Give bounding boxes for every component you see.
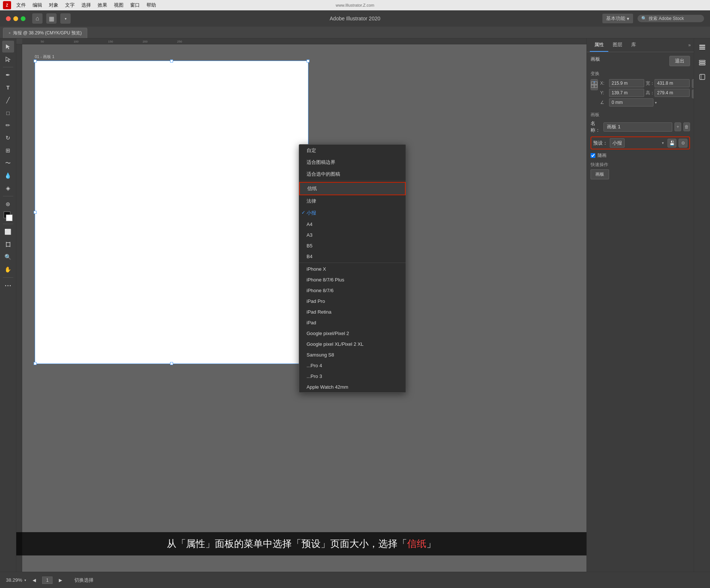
tab-library[interactable]: 库 — [627, 38, 640, 52]
dropdown-item-tabloid[interactable]: ✓ 小报 — [299, 207, 406, 219]
handle-middle-left[interactable] — [34, 211, 37, 214]
dropdown-item-iphone-876-plus[interactable]: iPhone 8/7/6 Plus — [299, 274, 406, 285]
document-tab[interactable]: × 海报 @ 38.29% (CMYK/GPU 预览) — [3, 28, 87, 38]
y-input[interactable] — [609, 89, 644, 97]
width-field: 宽： — [646, 79, 690, 87]
preset-options-icon[interactable]: ⚙ — [679, 139, 687, 148]
chevron-down-icon[interactable]: ▾ — [60, 13, 71, 24]
dropdown-item-a3[interactable]: A3 — [299, 230, 406, 240]
quick-action-button[interactable]: 画板 — [591, 169, 609, 179]
dropdown-item-fit-selection[interactable]: 适合选中的图稿 — [299, 168, 406, 180]
dropdown-item-surface-pro4[interactable]: ...Pro 4 — [299, 360, 406, 371]
delete-artboard-icon[interactable]: 🗑 — [683, 122, 690, 131]
nav-prev-button[interactable]: ◀ — [31, 577, 38, 584]
tool-symbol[interactable]: ⊛ — [2, 198, 14, 210]
dropdown-item-letter[interactable]: 信纸 — [299, 182, 406, 195]
tool-hand[interactable]: ✋ — [2, 264, 14, 276]
menu-help[interactable]: 帮助 — [143, 1, 159, 9]
tab-bar: × 海报 @ 38.29% (CMYK/GPU 预览) — [0, 27, 710, 38]
tool-zoom[interactable]: 🔍 — [2, 251, 14, 263]
tool-more[interactable]: • • • — [2, 280, 14, 291]
dropdown-item-legal[interactable]: 法律 — [299, 195, 406, 207]
add-artboard-icon[interactable]: + — [674, 122, 681, 131]
tool-artboard[interactable] — [2, 239, 14, 250]
save-preset-icon[interactable]: 💾 — [667, 139, 676, 148]
tab-properties[interactable]: 属性 — [590, 38, 608, 52]
menu-window[interactable]: 窗口 — [127, 1, 143, 9]
tool-layers[interactable]: ⬜ — [2, 226, 14, 238]
minimize-window-button[interactable] — [13, 16, 18, 21]
dropdown-item-surface-pro3[interactable]: ...Pro 3 — [299, 371, 406, 382]
background-color[interactable] — [6, 214, 13, 221]
title-bar-left: ⌂ ▦ ▾ — [6, 13, 71, 24]
dropdown-item-google-pixel2-xl[interactable]: Google pixel XL/Pixel 2 XL — [299, 339, 406, 349]
dropdown-item-b5[interactable]: B5 — [299, 240, 406, 251]
zoom-dropdown-icon[interactable]: ▾ — [24, 578, 26, 582]
menu-file[interactable]: 文件 — [13, 1, 29, 9]
dropdown-item-samsung-s8[interactable]: Samsung S8 — [299, 349, 406, 360]
angle-unit-dropdown[interactable]: ▾ — [655, 101, 657, 105]
tool-type[interactable]: T — [2, 82, 14, 94]
dropdown-item-iphone-876[interactable]: iPhone 8/7/6 — [299, 285, 406, 296]
close-tab-icon[interactable]: × — [9, 31, 11, 35]
tool-select[interactable] — [2, 41, 14, 53]
handle-top-left[interactable] — [34, 60, 37, 62]
properties-strip-icon[interactable] — [696, 41, 708, 53]
close-window-button[interactable] — [6, 16, 11, 21]
exit-button[interactable]: 退出 — [669, 56, 690, 66]
width-input[interactable] — [655, 79, 690, 87]
svg-rect-18 — [699, 62, 705, 63]
tool-paintbrush[interactable]: ✏ — [2, 119, 14, 131]
dropdown-item-apple-watch-42[interactable]: Apple Watch 42mm — [299, 382, 406, 392]
handle-bottom-center[interactable] — [170, 362, 173, 365]
tool-eyedropper[interactable]: 💧 — [2, 170, 14, 182]
search-bar[interactable]: 🔍 — [638, 15, 704, 22]
menu-text[interactable]: 文字 — [62, 1, 78, 9]
height-input[interactable] — [655, 89, 690, 97]
dropdown-item-ipad-retina[interactable]: iPad Retina — [299, 307, 406, 317]
menu-object[interactable]: 对象 — [46, 1, 61, 9]
handle-bottom-left[interactable] — [34, 362, 37, 365]
color-swatches[interactable] — [2, 212, 14, 221]
dropdown-item-ipad-pro[interactable]: iPad Pro — [299, 296, 406, 307]
tool-shape[interactable]: □ — [2, 107, 14, 119]
tool-line[interactable]: ╱ — [2, 94, 14, 106]
tab-layers[interactable]: 图层 — [608, 38, 627, 52]
page-input[interactable] — [42, 577, 53, 584]
checkbox-label: 随画 — [598, 152, 606, 159]
with-artwork-checkbox[interactable] — [591, 153, 595, 158]
handle-top-right[interactable] — [307, 60, 310, 62]
dropdown-item-iphone-x[interactable]: iPhone X — [299, 264, 406, 274]
zoom-display: 38.29% ▾ — [6, 577, 26, 583]
handle-top-center[interactable] — [170, 60, 173, 62]
menu-view[interactable]: 视图 — [111, 1, 126, 9]
dropdown-item-b4[interactable]: B4 — [299, 251, 406, 262]
artboard-name-input[interactable] — [604, 122, 672, 132]
dropdown-item-ipad[interactable]: iPad — [299, 317, 406, 328]
panel-expand-icon[interactable]: » — [688, 43, 691, 48]
menu-effect[interactable]: 效果 — [95, 1, 110, 9]
angle-input[interactable] — [609, 98, 653, 107]
dropdown-item-custom[interactable]: 自定 — [299, 145, 406, 156]
search-input[interactable] — [649, 16, 700, 21]
tool-pen[interactable]: ✒ — [2, 69, 14, 81]
preset-select[interactable]: 小报 — [610, 138, 625, 148]
maximize-window-button[interactable] — [21, 16, 26, 21]
tool-rotate[interactable]: ↻ — [2, 132, 14, 144]
workspace-button[interactable]: 基本功能 ▾ — [602, 14, 633, 23]
nav-next-button[interactable]: ▶ — [57, 577, 64, 584]
tool-blend[interactable]: ◈ — [2, 182, 14, 194]
layers-strip-icon[interactable] — [696, 56, 708, 68]
menu-edit[interactable]: 编辑 — [30, 1, 45, 9]
tool-warp[interactable]: 〜 — [2, 157, 14, 169]
library-strip-icon[interactable] — [696, 71, 708, 83]
tool-direct-select[interactable] — [2, 53, 14, 65]
tool-scale[interactable]: ⊞ — [2, 145, 14, 156]
dropdown-item-google-pixel2[interactable]: Google pixel/Pixel 2 — [299, 328, 406, 339]
x-input[interactable] — [609, 79, 644, 87]
grid-icon[interactable]: ▦ — [46, 13, 57, 24]
dropdown-item-a4[interactable]: A4 — [299, 219, 406, 230]
menu-select[interactable]: 选择 — [78, 1, 94, 9]
home-icon[interactable]: ⌂ — [32, 13, 43, 24]
dropdown-item-fit-artwork[interactable]: 适合图稿边界 — [299, 156, 406, 168]
